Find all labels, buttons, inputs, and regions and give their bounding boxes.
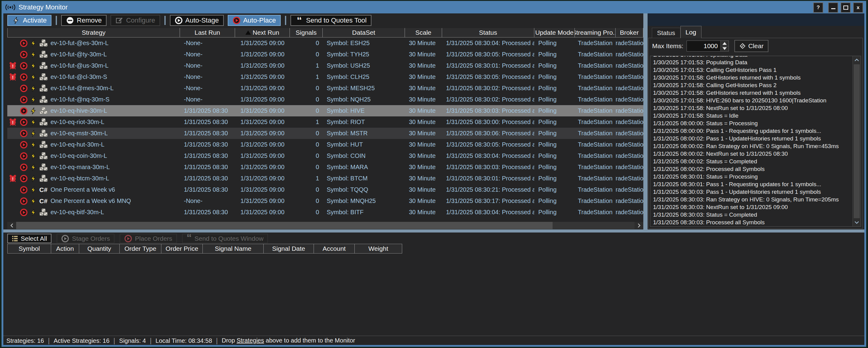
spin-up-button[interactable]: [721, 41, 728, 46]
spin-down-button[interactable]: [721, 46, 728, 52]
orders-column-header-order-price[interactable]: Order Price: [161, 244, 203, 253]
strategy-row[interactable]: ev-10-fut-@es-30m-L-None-1/31/2025 09:00…: [7, 37, 643, 49]
orders-column-header-signal-date[interactable]: Signal Date: [264, 244, 314, 253]
orders-toolbar: Select AllStage OrdersPlace Orders“Send …: [7, 234, 268, 243]
scroll-right-button[interactable]: [634, 222, 643, 229]
cell-update-mode: Polling: [534, 116, 575, 128]
cell-status: 1/31/2025 08:30:17: Processed all...: [442, 195, 534, 207]
scroll-left-button[interactable]: [7, 222, 16, 229]
stage-orders-button[interactable]: Stage Orders: [57, 234, 115, 243]
strategy-row[interactable]: !ev-10-eq-btcm-30m-L1/31/2025 08:301/31/…: [7, 173, 643, 184]
configure-button[interactable]: Configure: [111, 15, 160, 26]
horizontal-scroll-thumb[interactable]: [16, 222, 553, 229]
select-all-button[interactable]: Select All: [7, 234, 52, 243]
cell-update-mode: Polling: [534, 83, 575, 94]
cell-broker: TradeStation: [616, 128, 643, 139]
strategy-row[interactable]: C#One Percent a Week v61/31/2025 08:301/…: [7, 184, 643, 195]
orders-column-header-action[interactable]: Action: [51, 244, 79, 253]
column-header-last-run[interactable]: Last Run: [180, 28, 235, 37]
orders-column-header-order-type[interactable]: Order Type: [120, 244, 161, 253]
orders-column-header-account[interactable]: Account: [314, 244, 355, 253]
minimize-button[interactable]: [828, 2, 838, 13]
orders-column-header-quantity[interactable]: Quantity: [79, 244, 120, 253]
column-header-label: Signal Name: [215, 245, 251, 252]
vertical-splitter[interactable]: [643, 13, 648, 229]
strategy-table: StrategyLast RunNext RunSignalsDataSetSc…: [7, 28, 643, 218]
cell-scale: 30 Minute: [405, 71, 442, 83]
column-header-update-mode[interactable]: Update Mode: [534, 28, 575, 37]
svg-text:!: !: [12, 64, 13, 68]
log-entry: 1/31/2025 08:00:02: NextRun set to 1/31/…: [653, 150, 852, 157]
strategy-row[interactable]: ev-10-eq-coin-30m-L1/31/2025 08:301/31/2…: [7, 150, 643, 162]
strategy-row[interactable]: ev-10-eq-hut-30m-L1/31/2025 08:301/31/20…: [7, 139, 643, 150]
maximize-button[interactable]: [841, 2, 850, 13]
column-header-status[interactable]: Status: [442, 28, 534, 37]
strategy-row[interactable]: C#One Percent a Week v6 MNQ-None-1/31/20…: [7, 195, 643, 207]
strategy-row[interactable]: !ev-10-fut-@us-30m-L-None-1/31/2025 09:0…: [7, 60, 643, 71]
cell-status: 1/31/2025 08:30:03: Processed all...: [442, 105, 534, 116]
max-items-stepper[interactable]: [686, 40, 729, 52]
horizontal-splitter[interactable]: [3, 229, 864, 233]
horizontal-scroll-track[interactable]: [553, 222, 634, 229]
strategy-name: ev-10-fut-@mes-30m-L: [51, 85, 114, 92]
tab-log[interactable]: Log: [680, 26, 702, 38]
lightning-icon: [30, 39, 37, 47]
tab-status[interactable]: Status: [652, 28, 680, 38]
cell-signals: 0: [290, 128, 323, 139]
orders-column-header-signal-name[interactable]: Signal Name: [203, 244, 264, 253]
strategy-row[interactable]: ev-10-fut-@ty-30m-L-None-1/31/2025 09:00…: [7, 49, 643, 60]
column-header-dataset[interactable]: DataSet: [323, 28, 405, 37]
max-items-input[interactable]: [687, 41, 720, 51]
log-vertical-scrollbar[interactable]: [852, 56, 861, 226]
clear-button[interactable]: Clear: [734, 40, 769, 52]
column-header-next-run[interactable]: Next Run: [235, 28, 290, 37]
cell-update-mode: Polling: [534, 162, 575, 173]
button-label: Select All: [21, 235, 47, 242]
strategy-row[interactable]: !ev-10-eq-riot-30m-L1/31/2025 08:301/31/…: [7, 116, 643, 128]
scroll-up-button[interactable]: [853, 56, 861, 64]
strategy-row[interactable]: !ev-10-fut-@cl-30m-S-None-1/31/2025 09:0…: [7, 71, 643, 83]
cell-update-mode: Polling: [534, 195, 575, 207]
cell-last-run: 1/31/2025 08:30: [180, 162, 235, 173]
log-scroll-thumb[interactable]: [854, 64, 860, 218]
column-header-broker[interactable]: Broker: [616, 28, 643, 37]
horizontal-scrollbar[interactable]: [7, 222, 643, 229]
auto-place-button[interactable]: Auto-Place: [228, 15, 281, 26]
log-output[interactable]: 1/30/2025 17:01:53: Populating Data1/30/…: [650, 56, 861, 227]
column-header-strategy[interactable]: Strategy: [7, 28, 180, 37]
status-separator: |: [150, 337, 152, 344]
orders-column-header-symbol[interactable]: Symbol: [7, 244, 51, 253]
place-orders-button[interactable]: Place Orders: [120, 234, 177, 243]
send-to-quotes-tool-button[interactable]: “Send to Quotes Tool: [290, 15, 371, 26]
column-header-signals[interactable]: Signals: [290, 28, 323, 37]
strategy-cell: ev-10-eq-bitf-30m-L: [7, 207, 180, 218]
strategy-cell: ev-10-eq-mara-30m-L: [7, 162, 180, 173]
column-header-streaming-pro-[interactable]: Streaming Pro...: [575, 28, 616, 37]
strategy-cell: ev-10-fut-@es-30m-L: [7, 37, 180, 49]
log-entry: 1/31/2025 08:30:03: NextRun set to 1/31/…: [653, 203, 852, 211]
cell-broker: TradeStation: [616, 94, 643, 105]
strategy-row[interactable]: ev-10-fut-@nq-30m-S-None-1/31/2025 09:00…: [7, 94, 643, 105]
orders-column-header-weight[interactable]: Weight: [355, 244, 402, 253]
remove-button[interactable]: Remove: [61, 15, 106, 26]
strategy-name: ev-10-fut-@es-30m-L: [51, 39, 108, 47]
send-to-quotes-window-button[interactable]: “Send to Quotes Window: [182, 234, 268, 243]
help-button[interactable]: ?: [813, 2, 823, 13]
strategy-row[interactable]: ev-10-eq-hive-30m-L1/31/2025 08:301/31/2…: [7, 105, 643, 116]
dice-group-icon: [39, 163, 48, 171]
auto-stage-button[interactable]: Auto-Stage: [170, 15, 224, 26]
log-entry: 1/31/2025 08:00:02: Pass 1 - UpdateHisto…: [653, 135, 852, 142]
log-entry: 1/31/2025 08:30:01: Pass 1 - Requesting …: [653, 180, 852, 188]
strategy-cell: ev-10-fut-@nq-30m-S: [7, 94, 180, 105]
button-label: Send to Quotes Tool: [306, 17, 367, 24]
strategy-row[interactable]: ev-10-eq-mstr-30m-L1/31/2025 08:301/31/2…: [7, 128, 643, 139]
strategy-row[interactable]: ev-10-eq-bitf-30m-L1/31/2025 08:301/31/2…: [7, 207, 643, 218]
cell-update-mode: Polling: [534, 105, 575, 116]
cell-streaming-pro-: TradeStation: [575, 37, 616, 49]
activate-button[interactable]: Activate: [7, 15, 52, 26]
scroll-down-button[interactable]: [853, 219, 861, 226]
close-button[interactable]: x: [853, 2, 863, 13]
strategy-row[interactable]: ev-10-fut-@mes-30m-L-None-1/31/2025 09:0…: [7, 83, 643, 94]
strategy-row[interactable]: ev-10-eq-mara-30m-L1/31/2025 08:301/31/2…: [7, 162, 643, 173]
column-header-scale[interactable]: Scale: [405, 28, 442, 37]
